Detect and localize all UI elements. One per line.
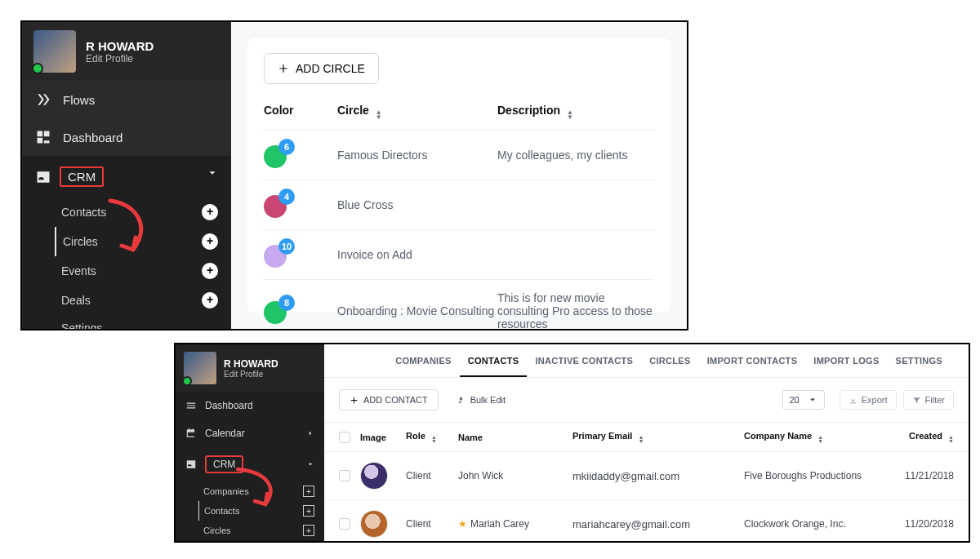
- page-size-select[interactable]: 20: [782, 390, 825, 410]
- tab-circles[interactable]: CIRCLES: [641, 356, 698, 377]
- filter-label: Filter: [925, 395, 945, 405]
- contact-card-icon: [185, 459, 197, 470]
- user-avatar[interactable]: [184, 352, 216, 384]
- contacts-header: Image Role ▲▼ Name Primary Email ▲▼ Comp…: [324, 423, 969, 452]
- circle-swatch: 8: [264, 298, 290, 324]
- contact-row[interactable]: Client★Mariah Careymariahcarey@gmail.com…: [324, 500, 969, 543]
- plus-icon[interactable]: +: [202, 204, 218, 220]
- tab-import[interactable]: IMPORT CONTACTS: [699, 356, 806, 377]
- nav-flows[interactable]: Flows: [22, 81, 231, 118]
- circle-name: Onboarding : Movie Consulting: [337, 304, 497, 317]
- circles-card: ADD CIRCLE Color Circle ▲▼ Description ▲…: [247, 38, 670, 313]
- circle-swatch: 4: [264, 192, 290, 218]
- col-description[interactable]: Description ▲▼: [497, 104, 654, 120]
- col-role[interactable]: Role ▲▼: [406, 431, 458, 443]
- tab-logs[interactable]: IMPORT LOGS: [805, 356, 887, 377]
- add-box-icon[interactable]: +: [303, 486, 314, 497]
- add-box-icon[interactable]: +: [303, 505, 314, 517]
- contact-row[interactable]: ClientJohn Wickmkiidaddy@gmail.comFive B…: [324, 452, 969, 500]
- contacts-main: COMPANIES CONTACTS INACTIVE CONTACTS CIR…: [324, 344, 969, 541]
- user-name: R HOWARD: [86, 39, 154, 53]
- sort-icon: ▲▼: [948, 435, 954, 443]
- sub-deals-label: Deals: [61, 294, 91, 307]
- contact-role: Client: [406, 470, 458, 481]
- tab-settings[interactable]: SETTINGS: [888, 356, 951, 377]
- sort-icon: ▲▼: [431, 435, 437, 443]
- plus-icon[interactable]: +: [202, 233, 218, 250]
- edit-profile-link[interactable]: Edit Profile: [224, 370, 278, 379]
- nav-crm-label: CRM: [60, 166, 104, 187]
- sub-events-label: Events: [61, 264, 96, 277]
- grid-icon: [35, 129, 51, 145]
- star-icon: ★: [458, 518, 467, 530]
- contact-email: mkiidaddy@gmail.com: [572, 470, 744, 482]
- circle-row[interactable]: 4Blue Cross: [264, 180, 654, 229]
- sort-icon: ▲▼: [376, 110, 382, 120]
- plus-icon[interactable]: +: [202, 263, 218, 279]
- contact-company: Five Boroughs Productions: [744, 470, 899, 481]
- circle-row[interactable]: 8Onboarding : Movie ConsultingThis is fo…: [264, 279, 654, 331]
- col-color: Color: [264, 104, 337, 120]
- circle-name: Blue Cross: [337, 198, 497, 211]
- bulk-edit-button[interactable]: Bulk Edit: [447, 390, 515, 410]
- add-circle-label: ADD CIRCLE: [296, 62, 365, 75]
- contact-name: John Wick: [458, 470, 572, 481]
- contact-created: 11/20/2018: [899, 518, 954, 530]
- col-company[interactable]: Company Name ▲▼: [744, 431, 899, 443]
- add-circle-button[interactable]: ADD CIRCLE: [264, 53, 379, 84]
- sort-icon: ▲▼: [817, 435, 823, 443]
- sub-circles-label: Circles: [63, 235, 98, 248]
- col-circle[interactable]: Circle ▲▼: [337, 104, 497, 120]
- add-contact-button[interactable]: ADD CONTACT: [339, 389, 439, 410]
- page-size-value: 20: [790, 395, 800, 405]
- chevron-down-icon: [207, 167, 218, 179]
- sub-settings[interactable]: Settings: [61, 315, 231, 331]
- col-email-label: Primary Email: [572, 431, 632, 441]
- select-all-checkbox[interactable]: [339, 432, 350, 443]
- sort-icon: ▲▼: [567, 110, 573, 120]
- plus-icon[interactable]: +: [202, 292, 218, 308]
- col-email[interactable]: Primary Email ▲▼: [572, 431, 744, 443]
- menu-icon: [185, 400, 197, 411]
- row-checkbox[interactable]: [339, 518, 350, 530]
- crm-circles-window: R HOWARD Edit Profile Flows Dashboard CR…: [20, 20, 688, 331]
- sub-circles[interactable]: Circles +: [203, 521, 324, 540]
- add-contact-label: ADD CONTACT: [363, 395, 428, 405]
- nav-calendar[interactable]: Calendar: [176, 419, 324, 447]
- circle-name: Invoice on Add: [337, 248, 497, 261]
- contact-avatar: [360, 510, 388, 538]
- sub-events[interactable]: Events +: [203, 540, 324, 543]
- chevrons-icon: [35, 91, 51, 108]
- sidebar: R HOWARD Edit Profile Flows Dashboard CR…: [22, 22, 231, 329]
- col-created[interactable]: Created ▲▼: [899, 431, 954, 443]
- plus-icon: [278, 63, 289, 74]
- annotation-arrow-icon: [233, 467, 290, 512]
- circle-row[interactable]: 6Famous DirectorsMy colleagues, my clien…: [264, 130, 654, 180]
- tab-companies[interactable]: COMPANIES: [387, 356, 460, 377]
- tab-inactive[interactable]: INACTIVE CONTACTS: [527, 356, 641, 377]
- nav-dashboard[interactable]: Dashboard: [176, 392, 324, 419]
- user-avatar[interactable]: [33, 30, 76, 73]
- chevron-right-icon: [306, 429, 314, 437]
- row-checkbox[interactable]: [339, 470, 350, 481]
- export-button[interactable]: Export: [840, 390, 897, 410]
- nav-dashboard[interactable]: Dashboard: [22, 118, 231, 156]
- col-description-label: Description: [497, 104, 560, 117]
- nav-crm[interactable]: CRM: [22, 156, 231, 197]
- add-box-icon[interactable]: +: [303, 525, 314, 536]
- circle-name: Famous Directors: [337, 149, 497, 162]
- contact-name: ★Mariah Carey: [458, 518, 572, 530]
- tab-contacts[interactable]: CONTACTS: [460, 356, 528, 377]
- sort-icon: ▲▼: [638, 435, 644, 443]
- circles-main: ADD CIRCLE Color Circle ▲▼ Description ▲…: [231, 22, 687, 329]
- sub-circles-label: Circles: [203, 526, 231, 535]
- col-circle-label: Circle: [337, 104, 369, 117]
- col-created-label: Created: [909, 431, 942, 441]
- circle-row[interactable]: 10Invoice on Add: [264, 229, 654, 279]
- contact-card-icon: [35, 169, 51, 185]
- edit-profile-link[interactable]: Edit Profile: [86, 53, 154, 64]
- export-label: Export: [862, 395, 888, 405]
- profile-block: R HOWARD Edit Profile: [22, 22, 231, 81]
- filter-button[interactable]: Filter: [903, 390, 954, 410]
- sub-deals[interactable]: Deals +: [61, 286, 231, 315]
